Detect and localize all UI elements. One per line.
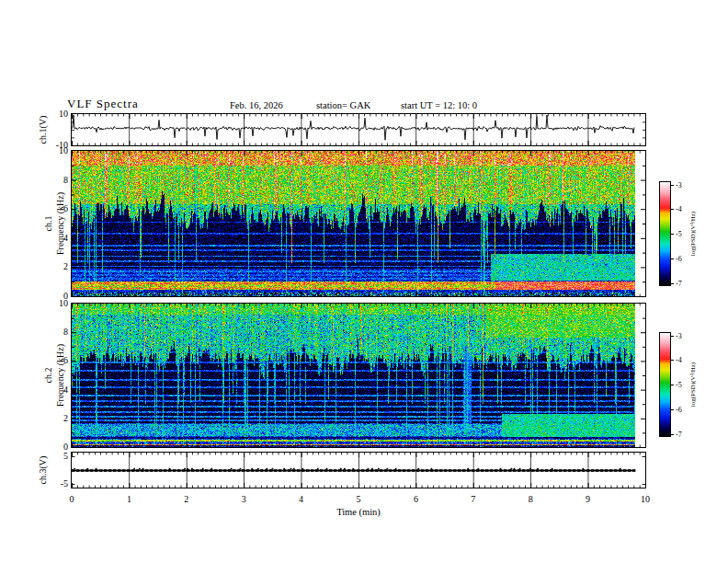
y-tick-label-ch1v: 10	[44, 109, 68, 119]
y-tick-label-ch3v: 5	[44, 452, 68, 461]
colorbar-unit-label-2: log(PSD)(V²/Hz)	[689, 362, 697, 407]
colorbar-tick-label: -4	[676, 205, 682, 213]
x-tick-label: 4	[290, 495, 313, 504]
colorbar-tick-mark	[670, 409, 674, 410]
axis-label-ch1-volts: ch.1(V)	[38, 116, 48, 144]
y-tick-label-spec1: 8	[44, 176, 68, 185]
x-tick-label: 6	[404, 495, 427, 504]
colorbar-tick-mark	[670, 385, 674, 385]
colorbar-tick-mark	[670, 336, 674, 337]
colorbar-tick-mark	[670, 185, 674, 186]
station-label: station= GAK	[316, 100, 370, 110]
x-tick-label: 3	[233, 495, 255, 504]
y-tick-label-spec2: 6	[44, 356, 68, 365]
colorbar-tick-mark	[670, 234, 674, 235]
ch2-spectrogram-panel	[71, 303, 646, 448]
y-tick-label-spec2: 2	[44, 414, 68, 423]
colorbar-tick-label: -3	[676, 181, 682, 190]
colorbar-tick-mark	[670, 209, 674, 210]
y-tick-label-spec1: 4	[44, 234, 68, 243]
colorbar-tick-label: -7	[676, 431, 682, 439]
colorbar-tick-mark	[670, 259, 674, 259]
x-axis-label: Time (min)	[303, 507, 414, 517]
colorbar-tick-label: -3	[676, 332, 682, 340]
x-tick-label: 8	[519, 495, 541, 504]
y-tick-label-spec1: 6	[44, 204, 68, 213]
y-tick-label-spec2: 8	[44, 327, 68, 337]
y-tick-label-spec2: 10	[44, 299, 68, 308]
colorbar-tick-mark	[670, 434, 674, 435]
ch3-waveform-panel	[71, 452, 646, 488]
ch1-spectrogram-panel	[71, 150, 646, 297]
colorbar-tick-label: -7	[676, 280, 682, 288]
x-tick-label: 9	[577, 495, 599, 504]
y-tick-label-spec1: 2	[44, 262, 68, 271]
x-tick-label: 2	[176, 495, 198, 504]
y-tick-label-spec2: 4	[44, 385, 68, 395]
colorbar-tick-mark	[670, 360, 674, 361]
x-tick-label: 10	[634, 495, 656, 504]
start-ut-label: start UT = 12: 10: 0	[401, 100, 477, 110]
colorbar-tick-label: -5	[676, 230, 682, 238]
vlf-spectra-figure: VLF Spectra Feb. 16, 2026 station= GAK s…	[0, 0, 728, 563]
axis-label-ch1: ch.1	[43, 216, 53, 232]
y-tick-label-spec1: 10	[44, 146, 68, 155]
axis-label-frequency-1: Frequency (kHz)	[55, 192, 65, 255]
y-tick-label-ch3v: -5	[44, 479, 68, 488]
colorbar-unit-label-1: log(PSD)(V²/Hz)	[689, 212, 697, 256]
x-tick-label: 7	[462, 495, 484, 504]
date-label: Feb. 16, 2026	[230, 100, 283, 110]
colorbar-tick-label: -6	[676, 255, 682, 263]
colorbar-tick-label: -5	[676, 381, 682, 389]
axis-label-frequency-2: Frequency (kHz)	[55, 344, 65, 407]
axis-label-ch2: ch.2	[43, 368, 53, 384]
figure-title: VLF Spectra	[67, 97, 139, 111]
ch1-waveform-panel	[71, 113, 646, 146]
colorbar-tick-mark	[670, 283, 674, 284]
colorbar-tick-label: -6	[676, 406, 682, 414]
x-tick-label: 0	[61, 495, 83, 504]
x-tick-label: 5	[347, 495, 370, 504]
x-tick-label: 1	[118, 495, 140, 504]
colorbar-tick-label: -4	[676, 356, 682, 364]
